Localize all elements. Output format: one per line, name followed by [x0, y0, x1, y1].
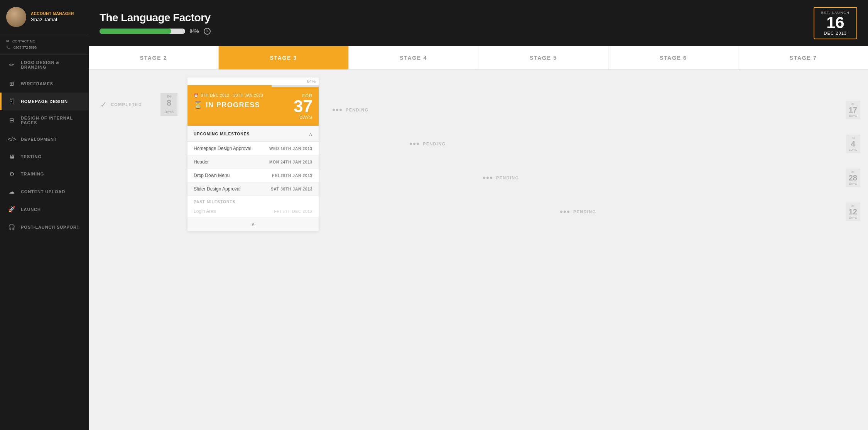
sidebar: ACCOUNT MANAGER Shaz Jamal ✉ CONTACT ME …	[0, 0, 89, 430]
for-days-num: 37	[294, 98, 312, 115]
nav-label-internal-pages: DESIGN OF INTERNAL PAGES	[21, 116, 83, 125]
completed-days-badge: IN 8 DAYS	[160, 93, 177, 116]
milestone-row-1: Header MON 24TH JAN 2013	[187, 155, 319, 169]
pending-days-text-2: DAYS	[849, 148, 857, 152]
sidebar-item-launch[interactable]: 🚀 LAUNCH	[0, 201, 89, 218]
launch-date-month: DEC 2013	[821, 31, 849, 35]
milestone-name-0: Homepage Design Approval	[194, 146, 251, 151]
tab-stage5[interactable]: STAGE 5	[478, 46, 608, 69]
progress-label: 84%	[190, 29, 199, 34]
tablet-icon: 📱	[8, 98, 15, 105]
milestone-date-2: FRI 29TH JAN 2013	[272, 174, 312, 178]
completed-days-num: 8	[164, 98, 174, 108]
pending-text-4: PENDING	[573, 209, 596, 214]
pages-icon: ⊟	[8, 117, 15, 124]
pen-icon: ✏	[8, 61, 15, 68]
tab-stage3[interactable]: STAGE 3	[219, 46, 349, 69]
tab-stage7[interactable]: STAGE 7	[738, 46, 868, 69]
task-progress-fill	[187, 85, 272, 87]
check-icon: ✓	[100, 100, 107, 109]
user-role: ACCOUNT MANAGER	[31, 12, 74, 16]
contact-me-label: CONTACT ME	[12, 39, 35, 43]
sidebar-item-training[interactable]: ⚙ TRAINING	[0, 165, 89, 183]
task-status: ⏳ IN PROGRESS	[194, 101, 263, 109]
header-left: The Language Factory 84% ?	[100, 12, 211, 35]
pending-badge-1: IN 17 DAYS	[846, 101, 860, 119]
stage-tabs: STAGE 2 STAGE 3 STAGE 4 STAGE 5 STAGE 6 …	[89, 46, 868, 70]
pending-days-text-1: DAYS	[849, 114, 857, 118]
launch-date-num: 16	[821, 15, 849, 31]
pending-days-text-3: DAYS	[849, 182, 857, 185]
pending-in-3: IN	[849, 170, 857, 174]
nav-label-training: TRAINING	[21, 172, 44, 176]
sidebar-item-post-launch[interactable]: 🎧 POST-LAUNCH SUPPORT	[0, 218, 89, 236]
sidebar-item-testing[interactable]: 🖥 TESTING	[0, 148, 89, 165]
main-content: The Language Factory 84% ? EST. LAUNCH 1…	[89, 0, 868, 430]
nav-label-wireframes: WIREFRAMES	[21, 81, 53, 86]
phone-number: 0203 372 5696	[14, 46, 37, 49]
past-milestones-header: PAST MILESTONES	[187, 196, 319, 206]
task-progress-wrapper: 64%	[187, 78, 319, 87]
collapse-button[interactable]: ∧	[187, 217, 319, 231]
chevron-up-icon: ∧	[309, 131, 312, 137]
chevron-up-icon-2: ∧	[251, 221, 255, 227]
nav-label-logo-design: LOGO DESIGN & BRANDING	[21, 60, 83, 69]
milestone-name-2: Drop Down Menu	[194, 173, 230, 178]
sidebar-header: ACCOUNT MANAGER Shaz Jamal	[0, 0, 89, 34]
avatar	[6, 7, 26, 27]
pending-days-4: 12	[849, 207, 857, 216]
pending-col: PENDING IN 17 DAYS PENDING IN 4	[333, 78, 860, 221]
pending-dots-3	[483, 177, 492, 179]
user-info: ACCOUNT MANAGER Shaz Jamal	[31, 12, 74, 22]
phone-item: 📞 0203 372 5696	[6, 44, 83, 51]
gear-icon: ⚙	[8, 170, 15, 177]
completed-col: ✓ COMPLETED IN 8 DAYS	[96, 78, 181, 120]
completed-block: ✓ COMPLETED IN 8 DAYS	[96, 89, 181, 120]
pending-badge-4: IN 12 DAYS	[846, 202, 860, 221]
pending-dots-4	[560, 211, 569, 213]
sidebar-item-wireframes[interactable]: ⊞ WIREFRAMES	[0, 75, 89, 93]
envelope-icon: ✉	[6, 39, 9, 43]
phone-icon: 📞	[6, 46, 10, 49]
past-milestone-name-0: Login Area	[194, 209, 216, 214]
pending-dots-2	[410, 143, 419, 145]
launch-badge: EST. LAUNCH 16 DEC 2013	[814, 7, 857, 39]
sidebar-item-content-upload[interactable]: ☁ CONTENT UPLOAD	[0, 183, 89, 201]
tab-stage4[interactable]: STAGE 4	[349, 46, 479, 69]
pending-block-4: PENDING IN 12 DAYS	[560, 202, 860, 221]
cloud-icon: ☁	[8, 188, 15, 195]
task-date-range: ⏰ 8TH DEC 2012 - 30TH JAN 2013	[194, 93, 263, 98]
nav-label-development: DEVELOPMENT	[21, 137, 57, 142]
milestone-name-1: Header	[194, 159, 209, 165]
pending-days-3: 28	[849, 174, 857, 182]
past-milestone-date-0: FRI 8TH DEC 2012	[274, 209, 313, 214]
tab-stage2[interactable]: STAGE 2	[89, 46, 219, 69]
nav-label-launch: LAUNCH	[21, 207, 41, 212]
pending-days-text-4: DAYS	[849, 216, 857, 219]
progress-fill	[100, 29, 171, 34]
tab-stage6[interactable]: STAGE 6	[608, 46, 738, 69]
milestone-name-3: Slider Design Approval	[194, 186, 240, 192]
stage3-content: ✓ COMPLETED IN 8 DAYS 64%	[89, 70, 868, 430]
progress-section: 84% ?	[100, 24, 211, 35]
sidebar-item-internal-pages[interactable]: ⊟ DESIGN OF INTERNAL PAGES	[0, 110, 89, 130]
completed-label: COMPLETED	[111, 102, 142, 107]
nav-label-testing: TESTING	[21, 154, 42, 159]
milestones-header[interactable]: UPCOMING MILESTONES ∧	[187, 126, 319, 142]
milestone-row-3: Slider Design Approval SAT 30TH JAN 2013	[187, 182, 319, 196]
milestones-title: UPCOMING MILESTONES	[194, 132, 250, 136]
progress-track	[100, 29, 185, 34]
sidebar-item-homepage-design[interactable]: 📱 HOMEPAGE DESIGN	[0, 93, 89, 110]
contact-me-item[interactable]: ✉ CONTACT ME	[6, 38, 83, 44]
sidebar-item-logo-design[interactable]: ✏ LOGO DESIGN & BRANDING	[0, 55, 89, 75]
pending-badge-3: IN 28 DAYS	[846, 169, 860, 187]
contact-section: ✉ CONTACT ME 📞 0203 372 5696	[0, 34, 89, 55]
sidebar-nav: ✏ LOGO DESIGN & BRANDING ⊞ WIREFRAMES 📱 …	[0, 55, 89, 430]
milestone-date-3: SAT 30TH JAN 2013	[271, 187, 312, 191]
milestone-date-0: WED 16TH JAN 2013	[269, 147, 312, 151]
monitor-icon: 🖥	[8, 153, 15, 160]
sidebar-item-development[interactable]: </> DEVELOPMENT	[0, 130, 89, 148]
task-progress-label: 64%	[307, 79, 316, 84]
pending-in-2: IN	[849, 136, 857, 140]
help-icon[interactable]: ?	[204, 28, 211, 35]
